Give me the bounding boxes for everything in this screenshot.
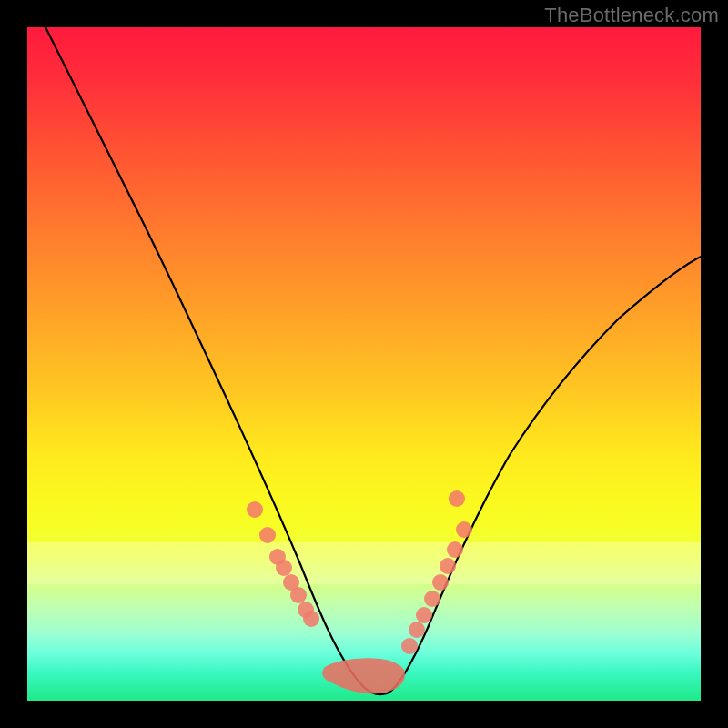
dot-right bbox=[440, 558, 456, 574]
dot-right bbox=[409, 622, 425, 638]
dot-left bbox=[276, 560, 292, 576]
dot-right bbox=[432, 574, 449, 591]
bottleneck-curve bbox=[46, 27, 701, 694]
dot-right bbox=[424, 591, 440, 607]
dot-left bbox=[290, 587, 307, 603]
dot-right bbox=[416, 607, 432, 623]
dot-right bbox=[401, 638, 418, 654]
dot-left bbox=[303, 611, 319, 627]
dot-right bbox=[447, 541, 463, 558]
dot-right bbox=[449, 490, 465, 507]
dot-left bbox=[259, 527, 276, 543]
valley-blob bbox=[322, 658, 405, 693]
curve-svg bbox=[27, 27, 701, 701]
dot-left bbox=[247, 501, 263, 518]
chart-frame: TheBottleneck.com bbox=[0, 0, 728, 728]
watermark-text: TheBottleneck.com bbox=[544, 4, 719, 27]
plot-area bbox=[27, 27, 701, 701]
dot-right bbox=[456, 521, 472, 538]
